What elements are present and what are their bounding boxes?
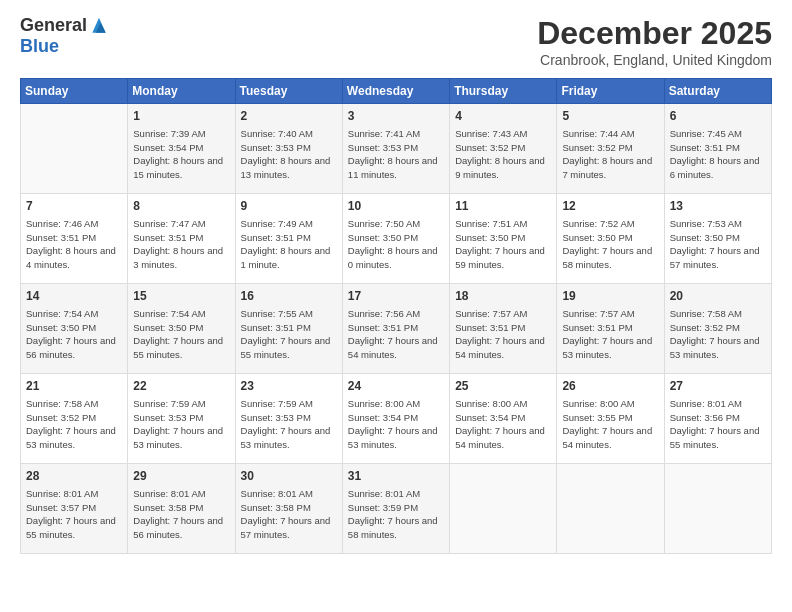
day-number: 11 [455,198,551,215]
col-sunday: Sunday [21,79,128,104]
day-info: Sunrise: 7:52 AMSunset: 3:50 PMDaylight:… [562,217,658,272]
logo-blue-text: Blue [20,36,59,57]
location: Cranbrook, England, United Kingdom [537,52,772,68]
day-number: 16 [241,288,337,305]
day-info: Sunrise: 7:51 AMSunset: 3:50 PMDaylight:… [455,217,551,272]
calendar-cell: 24Sunrise: 8:00 AMSunset: 3:54 PMDayligh… [342,374,449,464]
calendar-cell: 17Sunrise: 7:56 AMSunset: 3:51 PMDayligh… [342,284,449,374]
calendar-cell: 9Sunrise: 7:49 AMSunset: 3:51 PMDaylight… [235,194,342,284]
calendar-cell: 14Sunrise: 7:54 AMSunset: 3:50 PMDayligh… [21,284,128,374]
calendar-cell: 7Sunrise: 7:46 AMSunset: 3:51 PMDaylight… [21,194,128,284]
day-number: 6 [670,108,766,125]
calendar-cell: 31Sunrise: 8:01 AMSunset: 3:59 PMDayligh… [342,464,449,554]
day-info: Sunrise: 7:47 AMSunset: 3:51 PMDaylight:… [133,217,229,272]
day-info: Sunrise: 7:50 AMSunset: 3:50 PMDaylight:… [348,217,444,272]
calendar-cell: 8Sunrise: 7:47 AMSunset: 3:51 PMDaylight… [128,194,235,284]
day-number: 12 [562,198,658,215]
day-number: 5 [562,108,658,125]
day-info: Sunrise: 8:01 AMSunset: 3:58 PMDaylight:… [241,487,337,542]
day-info: Sunrise: 7:40 AMSunset: 3:53 PMDaylight:… [241,127,337,182]
day-info: Sunrise: 7:49 AMSunset: 3:51 PMDaylight:… [241,217,337,272]
day-info: Sunrise: 7:55 AMSunset: 3:51 PMDaylight:… [241,307,337,362]
logo-icon [89,16,109,36]
calendar-cell: 22Sunrise: 7:59 AMSunset: 3:53 PMDayligh… [128,374,235,464]
calendar-cell: 3Sunrise: 7:41 AMSunset: 3:53 PMDaylight… [342,104,449,194]
day-info: Sunrise: 7:41 AMSunset: 3:53 PMDaylight:… [348,127,444,182]
day-info: Sunrise: 8:00 AMSunset: 3:54 PMDaylight:… [348,397,444,452]
col-saturday: Saturday [664,79,771,104]
day-number: 17 [348,288,444,305]
col-thursday: Thursday [450,79,557,104]
day-number: 29 [133,468,229,485]
day-info: Sunrise: 7:58 AMSunset: 3:52 PMDaylight:… [26,397,122,452]
day-number: 4 [455,108,551,125]
calendar-cell: 23Sunrise: 7:59 AMSunset: 3:53 PMDayligh… [235,374,342,464]
day-number: 2 [241,108,337,125]
calendar-cell: 4Sunrise: 7:43 AMSunset: 3:52 PMDaylight… [450,104,557,194]
calendar-cell [21,104,128,194]
day-info: Sunrise: 7:59 AMSunset: 3:53 PMDaylight:… [133,397,229,452]
day-number: 24 [348,378,444,395]
calendar-cell: 15Sunrise: 7:54 AMSunset: 3:50 PMDayligh… [128,284,235,374]
calendar-cell [450,464,557,554]
col-tuesday: Tuesday [235,79,342,104]
calendar-cell: 28Sunrise: 8:01 AMSunset: 3:57 PMDayligh… [21,464,128,554]
day-number: 3 [348,108,444,125]
calendar-cell: 16Sunrise: 7:55 AMSunset: 3:51 PMDayligh… [235,284,342,374]
calendar-cell: 1Sunrise: 7:39 AMSunset: 3:54 PMDaylight… [128,104,235,194]
day-number: 26 [562,378,658,395]
day-info: Sunrise: 8:00 AMSunset: 3:54 PMDaylight:… [455,397,551,452]
calendar-cell: 18Sunrise: 7:57 AMSunset: 3:51 PMDayligh… [450,284,557,374]
day-info: Sunrise: 7:58 AMSunset: 3:52 PMDaylight:… [670,307,766,362]
title-section: December 2025 Cranbrook, England, United… [537,15,772,68]
day-number: 18 [455,288,551,305]
calendar-header-row: Sunday Monday Tuesday Wednesday Thursday… [21,79,772,104]
day-number: 25 [455,378,551,395]
calendar-week-row: 21Sunrise: 7:58 AMSunset: 3:52 PMDayligh… [21,374,772,464]
day-number: 13 [670,198,766,215]
day-number: 7 [26,198,122,215]
calendar-cell [664,464,771,554]
day-number: 19 [562,288,658,305]
day-info: Sunrise: 7:57 AMSunset: 3:51 PMDaylight:… [562,307,658,362]
day-info: Sunrise: 7:45 AMSunset: 3:51 PMDaylight:… [670,127,766,182]
day-info: Sunrise: 7:54 AMSunset: 3:50 PMDaylight:… [133,307,229,362]
day-number: 21 [26,378,122,395]
day-number: 28 [26,468,122,485]
day-number: 8 [133,198,229,215]
day-number: 31 [348,468,444,485]
calendar-cell: 19Sunrise: 7:57 AMSunset: 3:51 PMDayligh… [557,284,664,374]
day-info: Sunrise: 8:01 AMSunset: 3:59 PMDaylight:… [348,487,444,542]
calendar-cell: 2Sunrise: 7:40 AMSunset: 3:53 PMDaylight… [235,104,342,194]
day-number: 10 [348,198,444,215]
month-title: December 2025 [537,15,772,52]
calendar-week-row: 28Sunrise: 8:01 AMSunset: 3:57 PMDayligh… [21,464,772,554]
day-info: Sunrise: 7:44 AMSunset: 3:52 PMDaylight:… [562,127,658,182]
calendar-cell: 29Sunrise: 8:01 AMSunset: 3:58 PMDayligh… [128,464,235,554]
calendar-cell [557,464,664,554]
calendar-cell: 30Sunrise: 8:01 AMSunset: 3:58 PMDayligh… [235,464,342,554]
calendar-cell: 11Sunrise: 7:51 AMSunset: 3:50 PMDayligh… [450,194,557,284]
day-number: 9 [241,198,337,215]
calendar-cell: 26Sunrise: 8:00 AMSunset: 3:55 PMDayligh… [557,374,664,464]
day-info: Sunrise: 7:59 AMSunset: 3:53 PMDaylight:… [241,397,337,452]
calendar-week-row: 7Sunrise: 7:46 AMSunset: 3:51 PMDaylight… [21,194,772,284]
calendar-week-row: 1Sunrise: 7:39 AMSunset: 3:54 PMDaylight… [21,104,772,194]
day-number: 27 [670,378,766,395]
logo-general-text: General [20,15,87,36]
day-info: Sunrise: 7:57 AMSunset: 3:51 PMDaylight:… [455,307,551,362]
day-number: 22 [133,378,229,395]
day-info: Sunrise: 7:56 AMSunset: 3:51 PMDaylight:… [348,307,444,362]
day-info: Sunrise: 7:54 AMSunset: 3:50 PMDaylight:… [26,307,122,362]
day-number: 20 [670,288,766,305]
calendar-cell: 13Sunrise: 7:53 AMSunset: 3:50 PMDayligh… [664,194,771,284]
col-monday: Monday [128,79,235,104]
logo: General Blue [20,15,109,57]
calendar-cell: 21Sunrise: 7:58 AMSunset: 3:52 PMDayligh… [21,374,128,464]
day-info: Sunrise: 8:01 AMSunset: 3:58 PMDaylight:… [133,487,229,542]
day-info: Sunrise: 8:00 AMSunset: 3:55 PMDaylight:… [562,397,658,452]
calendar-cell: 12Sunrise: 7:52 AMSunset: 3:50 PMDayligh… [557,194,664,284]
col-friday: Friday [557,79,664,104]
day-number: 14 [26,288,122,305]
calendar-week-row: 14Sunrise: 7:54 AMSunset: 3:50 PMDayligh… [21,284,772,374]
